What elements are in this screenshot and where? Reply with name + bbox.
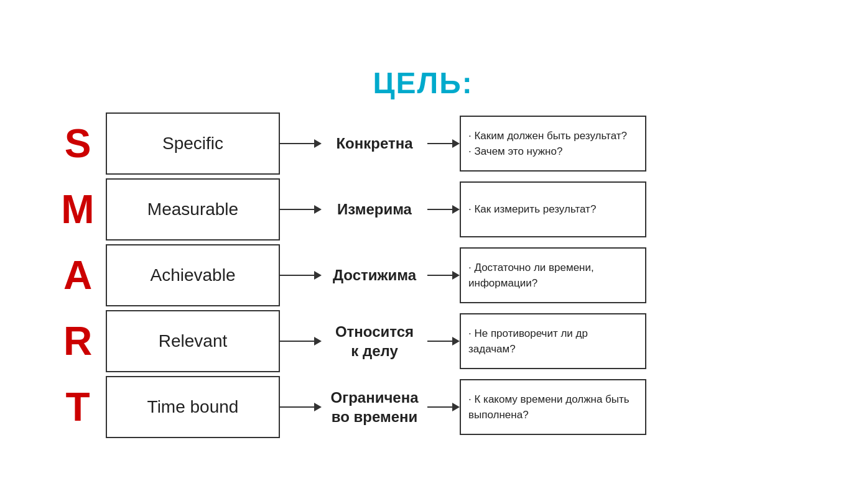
smart-letter-a: A	[50, 252, 106, 298]
smart-letter-r: R	[50, 318, 106, 364]
smart-row-a: AAchievableДостижима· Достаточно ли врем…	[50, 244, 796, 306]
english-box-3: Relevant	[106, 310, 280, 372]
arrow-1-1	[280, 205, 322, 214]
smart-row-r: RRelevantОтносится к делу· Не противореч…	[50, 310, 796, 372]
russian-label-1: Измерима	[322, 199, 427, 219]
description-box-0: · Каким должен быть результат? · Зачем э…	[460, 116, 646, 172]
russian-label-0: Конкретна	[322, 134, 427, 153]
arrow-1-0	[280, 139, 322, 148]
arrow-2-0	[427, 139, 460, 148]
main-container: ЦЕЛЬ: SSpecificКонкретна· Каким должен б…	[50, 66, 796, 438]
arrow-2-2	[427, 271, 460, 280]
rows-container: SSpecificКонкретна· Каким должен быть ре…	[50, 112, 796, 438]
description-box-4: · К какому времени должна быть выполнена…	[460, 379, 646, 435]
russian-label-4: Ограничена во времени	[322, 388, 427, 426]
description-box-2: · Достаточно ли времени, информации?	[460, 247, 646, 303]
smart-row-t: TTime boundОграничена во времени· К како…	[50, 376, 796, 438]
english-box-0: Specific	[106, 112, 280, 175]
english-box-2: Achievable	[106, 244, 280, 306]
description-box-1: · Как измерить результат?	[460, 181, 646, 237]
english-box-1: Measurable	[106, 178, 280, 241]
russian-label-2: Достижима	[322, 265, 427, 285]
arrow-1-3	[280, 337, 322, 346]
arrow-1-2	[280, 271, 322, 280]
russian-label-3: Относится к делу	[322, 322, 427, 360]
smart-row-m: MMeasurableИзмерима· Как измерить резуль…	[50, 178, 796, 241]
arrow-2-3	[427, 337, 460, 346]
smart-letter-t: T	[50, 384, 106, 430]
arrow-1-4	[280, 403, 322, 411]
english-box-4: Time bound	[106, 376, 280, 438]
smart-letter-s: S	[50, 121, 106, 167]
page-title: ЦЕЛЬ:	[373, 66, 473, 100]
smart-row-s: SSpecificКонкретна· Каким должен быть ре…	[50, 112, 796, 175]
description-box-3: · Не противоречит ли др задачам?	[460, 313, 646, 369]
smart-letter-m: M	[50, 186, 106, 232]
arrow-2-1	[427, 205, 460, 214]
arrow-2-4	[427, 403, 460, 411]
